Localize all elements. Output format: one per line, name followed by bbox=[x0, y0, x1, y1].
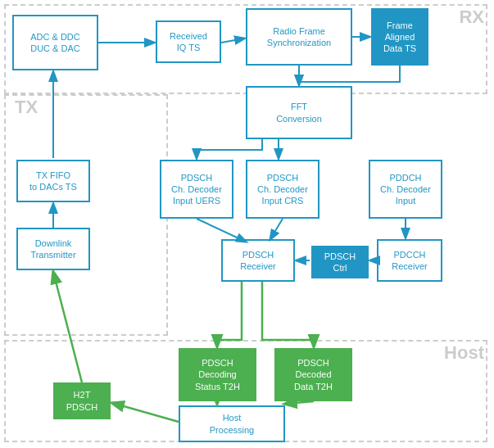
pdsch-receiver-box: PDSCHReceiver bbox=[221, 239, 295, 282]
pdsch-receiver-label: PDSCHReceiver bbox=[240, 249, 275, 273]
downlink-tx-box: DownlinkTransmitter bbox=[16, 228, 90, 270]
pdcch-receiver-label: PDCCHReceiver bbox=[392, 249, 427, 273]
pdsch-decoder-uers-box: PDSCHCh. DecoderInput UERS bbox=[160, 160, 233, 219]
pdcch-receiver-box: PDCCHReceiver bbox=[377, 239, 442, 282]
rx-label: RX bbox=[459, 7, 484, 28]
radio-frame-sync-label: Radio FrameSynchronization bbox=[267, 25, 331, 49]
pdsch-decoder-uers-label: PDSCHCh. DecoderInput UERS bbox=[171, 172, 222, 207]
adc-ddc-label: ADC & DDCDUC & DAC bbox=[30, 31, 80, 55]
host-processing-box: HostProcessing bbox=[179, 405, 285, 442]
h2t-pdsch-box: H2TPDSCH bbox=[53, 382, 111, 419]
pdsch-decoded-data-label: PDSCHDecodedData T2H bbox=[294, 357, 333, 392]
frame-aligned-box: FrameAlignedData TS bbox=[371, 8, 428, 66]
host-label: Host bbox=[444, 342, 484, 364]
pddch-decoder-box: PDDCHCh. DecoderInput bbox=[369, 160, 442, 219]
pdsch-decoder-crs-label: PDSCHCh. DecoderInput CRS bbox=[257, 172, 308, 207]
received-iq-box: ReceivedIQ TS bbox=[156, 20, 221, 63]
svg-line-6 bbox=[197, 219, 246, 242]
received-iq-label: ReceivedIQ TS bbox=[170, 30, 207, 54]
pdsch-decoder-crs-box: PDSCHCh. DecoderInput CRS bbox=[246, 160, 320, 219]
host-processing-label: HostProcessing bbox=[210, 412, 254, 436]
fft-conversion-label: FFTConversion bbox=[276, 101, 322, 124]
adc-ddc-box: ADC & DDCDUC & DAC bbox=[12, 15, 98, 70]
pdsch-decoding-status-box: PDSCHDecodingStatus T2H bbox=[179, 348, 256, 401]
pdsch-ctrl-label: PDSCHCtrl bbox=[324, 251, 356, 274]
downlink-tx-label: DownlinkTransmitter bbox=[30, 238, 75, 261]
tx-region bbox=[4, 94, 168, 336]
pddch-decoder-label: PDDCHCh. DecoderInput bbox=[380, 172, 431, 207]
frame-aligned-label: FrameAlignedData TS bbox=[383, 20, 416, 55]
tx-label: TX bbox=[15, 97, 38, 118]
pdsch-decoding-status-label: PDSCHDecodingStatus T2H bbox=[195, 357, 240, 392]
svg-line-7 bbox=[270, 219, 283, 239]
tx-fifo-box: TX FIFOto DACs TS bbox=[16, 160, 90, 202]
pdsch-ctrl-box: PDSCHCtrl bbox=[311, 246, 369, 278]
h2t-pdsch-label: H2TPDSCH bbox=[66, 389, 98, 413]
diagram: RX TX Host ADC & DDCDUC & DAC ReceivedIQ… bbox=[0, 0, 494, 448]
tx-fifo-label: TX FIFOto DACs TS bbox=[29, 170, 77, 193]
radio-frame-sync-box: Radio FrameSynchronization bbox=[246, 8, 352, 66]
fft-conversion-box: FFTConversion bbox=[246, 86, 352, 139]
pdsch-decoded-data-box: PDSCHDecodedData T2H bbox=[274, 348, 352, 401]
